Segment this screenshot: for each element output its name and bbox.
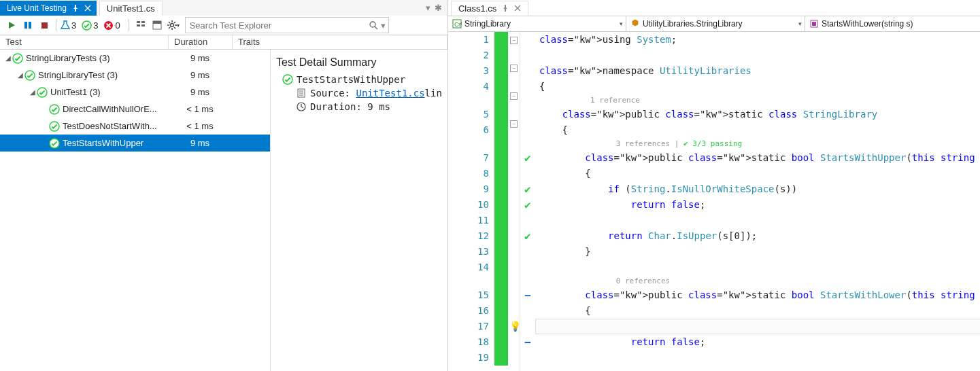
codelens[interactable]: 3 references | ✔ 3/3 passing <box>539 138 980 150</box>
code-line[interactable]: { <box>539 122 980 138</box>
test-name: StringLibraryTests (3) <box>26 53 168 63</box>
test-tree-row[interactable]: ◢StringLibraryTest (3)9 ms <box>0 67 270 84</box>
lightbulb-icon[interactable]: 💡 <box>509 321 521 332</box>
code-line[interactable]: { <box>539 79 980 94</box>
pass-count[interactable]: 3 <box>82 20 98 31</box>
search-icon[interactable] <box>369 20 378 30</box>
search-dropdown[interactable]: ▾ <box>381 20 386 31</box>
test-tree: ◢StringLibraryTests (3)9 ms◢StringLibrar… <box>0 50 271 371</box>
svg-rect-1 <box>29 22 31 29</box>
test-tree-row[interactable]: ◢StringLibraryTests (3)9 ms <box>0 50 270 67</box>
left-tab-bar: Live Unit Testing UnitTest1.cs ▾ ✱ <box>0 0 447 16</box>
code-line[interactable]: class="kw">public class="kw">static bool… <box>539 287 980 303</box>
code-line[interactable]: class="kw">using System; <box>539 32 980 48</box>
pause-button[interactable] <box>20 18 35 33</box>
close-icon[interactable] <box>514 5 521 12</box>
fold-cell[interactable]: − <box>508 32 520 48</box>
col-traits[interactable]: Traits <box>233 35 447 49</box>
test-tree-row[interactable]: ◢UnitTest1 (3)9 ms <box>0 84 270 101</box>
line-number: 15 <box>448 287 489 303</box>
nav-scope[interactable]: C# StringLibrary▾ <box>448 16 626 31</box>
test-tree-row[interactable]: TestStartsWithUpper9 ms <box>0 135 270 152</box>
search-box[interactable]: ▾ <box>185 17 389 33</box>
fold-cell[interactable]: − <box>508 88 520 103</box>
svg-line-19 <box>169 27 170 29</box>
code-line[interactable] <box>539 260 980 275</box>
coverage-bar <box>494 287 508 303</box>
test-detail-pane: Test Detail Summary TestStartsWithUpper … <box>271 50 447 371</box>
coverage-bar <box>494 228 508 244</box>
close-icon[interactable] <box>84 5 91 12</box>
code-line[interactable]: class="kw">namespace UtilityLibraries <box>539 63 980 79</box>
line-number: 18 <box>448 334 489 350</box>
window-position-icon[interactable]: ▾ <box>426 3 430 13</box>
settings-button[interactable]: ▾ <box>166 18 181 33</box>
gear-icon[interactable]: ✱ <box>435 3 442 13</box>
expand-icon[interactable]: ◢ <box>16 71 24 79</box>
line-number: 5 <box>448 107 489 122</box>
test-name: TestDoesNotStartWith... <box>63 121 168 131</box>
detail-heading: Test Detail Summary <box>276 56 442 69</box>
run-button[interactable] <box>4 18 19 33</box>
nav-member[interactable]: StartsWithLower(string s)▾ <box>805 16 980 31</box>
test-name: UnitTest1 (3) <box>50 87 168 97</box>
code-line[interactable] <box>539 213 980 228</box>
pass-icon <box>49 104 60 115</box>
coverage-bar <box>494 32 508 48</box>
code-line[interactable]: { <box>539 166 980 181</box>
search-input[interactable] <box>188 19 369 32</box>
code-line[interactable]: } <box>539 244 980 260</box>
uncovered-mark-icon: — <box>525 336 530 347</box>
tab-live-unit-testing[interactable]: Live Unit Testing <box>0 1 97 16</box>
test-tree-row[interactable]: DirectCallWithNullOrE...< 1 ms <box>0 101 270 118</box>
test-name: StringLibraryTest (3) <box>38 70 168 80</box>
code-line[interactable]: return Char.IsUpper(s[0]); <box>539 228 980 244</box>
line-number: 17 <box>448 319 489 334</box>
code-line[interactable]: return false; <box>539 197 980 213</box>
code-line[interactable]: if (String.IsNullOrWhiteSpace(s)) <box>539 319 980 334</box>
line-number: 13 <box>448 244 489 260</box>
expand-icon[interactable]: ◢ <box>4 54 12 62</box>
group-by-button[interactable] <box>133 18 148 33</box>
code-line[interactable] <box>539 48 980 63</box>
code-line[interactable]: { <box>539 303 980 319</box>
svg-rect-2 <box>41 22 48 29</box>
flask-icon <box>61 20 70 30</box>
expand-icon[interactable]: ◢ <box>29 88 37 96</box>
svg-rect-7 <box>141 21 145 23</box>
tab-class1[interactable]: Class1.cs <box>451 1 528 16</box>
code-editor[interactable]: 12345678910111213141516171819 −−−− ✔✔✔✔—… <box>448 32 980 371</box>
code-line[interactable] <box>539 350 980 366</box>
tab-label: Live Unit Testing <box>7 3 67 13</box>
code-line[interactable]: return false; <box>539 334 980 350</box>
fold-cell[interactable]: − <box>508 116 520 131</box>
code-line[interactable]: class="kw">public class="kw">static bool… <box>539 150 980 166</box>
nav-type[interactable]: UtilityLibraries.StringLibrary▾ <box>626 16 805 31</box>
flask-count[interactable]: 3 <box>61 20 76 31</box>
codelens[interactable]: 1 reference <box>539 94 980 107</box>
pin-icon[interactable] <box>72 5 79 12</box>
detail-test-name: TestStartsWithUpper <box>297 74 405 85</box>
line-number: 11 <box>448 213 489 228</box>
code-line[interactable]: if (String.IsNullOrWhiteSpace(s)) <box>539 181 980 197</box>
covered-mark-icon: ✔ <box>524 230 531 243</box>
uncovered-mark-icon: — <box>525 289 530 300</box>
fold-cell[interactable]: − <box>508 60 520 75</box>
coverage-bar <box>494 48 508 63</box>
col-duration[interactable]: Duration <box>169 35 233 49</box>
tab-unittest1[interactable]: UnitTest1.cs <box>99 1 163 16</box>
pin-icon[interactable] <box>502 5 509 12</box>
layout-button[interactable] <box>150 18 165 33</box>
test-duration: 9 ms <box>168 138 232 148</box>
source-link[interactable]: UnitTest1.cs <box>356 88 424 99</box>
coverage-bar <box>494 260 508 275</box>
codelens[interactable]: 0 references <box>539 275 980 287</box>
col-test[interactable]: Test <box>0 35 169 49</box>
test-name: DirectCallWithNullOrE... <box>63 104 168 114</box>
fail-count[interactable]: 0 <box>103 20 120 31</box>
stop-button[interactable] <box>37 18 52 33</box>
code-content[interactable]: class="kw">using System; class="kw">name… <box>535 32 980 371</box>
code-line[interactable]: class="kw">public class="kw">static clas… <box>539 107 980 122</box>
coverage-bar <box>494 319 508 334</box>
test-tree-row[interactable]: TestDoesNotStartWith...< 1 ms <box>0 118 270 135</box>
